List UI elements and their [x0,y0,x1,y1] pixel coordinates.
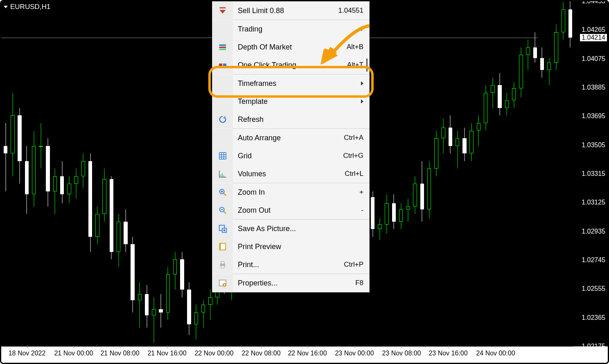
candle [81,1,85,346]
menu-item-shortcut: Alt+T [347,61,363,69]
svg-rect-20 [219,243,221,250]
time-axis-mark [354,346,355,348]
time-axis-label: 23 Nov 16:00 [429,350,467,357]
candle [399,1,403,346]
zoom-out-icon [212,201,233,219]
candle [138,1,142,346]
time-axis-mark [261,346,262,348]
candle [484,1,487,346]
menu-item-volumes[interactable]: VolumesCtrl+L [212,165,369,183]
menu-icon-empty [212,129,233,147]
menu-item-label: Zoom In [233,188,359,197]
menu-item-save-as-picture[interactable]: Save As Picture... [212,220,369,238]
candle [547,1,551,346]
properties-icon [212,274,233,292]
svg-rect-1 [219,45,226,46]
candle [39,1,43,346]
menu-item-shortcut: - [361,206,363,214]
candle [46,1,50,346]
candle [491,1,494,346]
menu-item-grid[interactable]: GridCtrl+G [212,147,369,165]
time-axis-mark [307,346,308,348]
menu-item-label: Save As Picture... [233,225,363,233]
menu-item-label: Timeframes [233,79,358,88]
candle [505,1,509,346]
zoom-in-icon [212,183,233,201]
menu-item-print-preview[interactable]: Print Preview [212,238,369,256]
time-axis-label: 18 Nov 2022 [9,350,46,357]
time-axis-label: 21 Nov 00:00 [54,350,93,357]
time-axis-mark [496,346,496,348]
candle [159,1,162,346]
price-axis-tick: 1.02365 [582,314,605,321]
svg-rect-8 [223,175,224,177]
menu-item-shortcut: Ctrl+L [345,170,363,178]
candle [131,1,134,346]
candle [469,1,473,346]
menu-item-label: Print Preview [233,243,363,251]
candle [88,1,92,346]
candle [180,1,184,346]
menu-item-trading[interactable]: Trading [212,20,369,38]
candle [413,1,417,346]
menu-item-properties[interactable]: Properties...F8 [212,274,369,292]
menu-item-auto-arrange[interactable]: Auto ArrangeCtrl+A [212,129,369,147]
chart-title-bar[interactable]: EURUSD,H1 [4,3,50,11]
candle [95,1,99,346]
chevron-right-icon [361,27,363,31]
price-axis-tick: 1.04265 [582,26,605,34]
svg-rect-18 [223,229,226,231]
time-axis-label: 21 Nov 16:00 [147,350,186,357]
menu-item-label: Trading [233,25,358,34]
price-axis-tick: 1.02175 [582,343,605,350]
time-axis-mark [120,346,120,348]
sell-arrow-icon [212,2,233,20]
menu-item-timeframes[interactable]: Timeframes [212,74,369,92]
candle [25,1,29,346]
chevron-right-icon [361,81,363,85]
menu-item-label: Volumes [233,170,345,178]
menu-item-label: Print... [233,261,344,269]
candle [378,1,381,346]
candle [406,1,410,346]
menu-item-shortcut: Alt+B [347,43,363,51]
menu-item-label: Refresh [233,115,363,124]
menu-item-shortcut: 1.04551 [338,7,363,15]
chart-symbol-title: EURUSD,H1 [10,3,50,11]
candle [462,1,466,346]
candle [74,1,78,346]
candle [60,1,64,346]
menu-item-label: Sell Limit 0.88 [233,7,338,15]
menu-item-zoom-in[interactable]: Zoom In+ [212,183,369,201]
candle [385,1,388,346]
menu-item-sell-limit-0-88[interactable]: Sell Limit 0.881.04551 [212,2,369,20]
print-preview-icon [212,238,233,256]
menu-item-refresh[interactable]: Refresh [212,110,369,128]
svg-rect-5 [223,63,226,66]
grid-icon [212,147,233,165]
candle [11,1,14,346]
menu-item-label: Grid [233,152,343,160]
menu-item-template[interactable]: Template [212,92,369,110]
time-axis-label: 24 Nov 00:00 [476,350,515,357]
svg-rect-6 [221,175,221,177]
menu-item-one-click-trading[interactable]: One Click TradingAlt+T [212,56,369,74]
menu-item-print[interactable]: Print...Ctrl+P [212,256,369,274]
time-axis-label: 22 Nov 16:00 [288,350,327,357]
candle [562,1,565,346]
menu-item-depth-of-market[interactable]: Depth Of MarketAlt+B [212,38,369,56]
candle [449,1,452,346]
candle [53,1,57,346]
menu-item-zoom-out[interactable]: Zoom Out- [212,201,369,219]
price-axis-tick: 1.02935 [582,228,605,235]
menu-item-label: One Click Trading [233,61,347,70]
time-axis-label: 23 Nov 08:00 [382,350,421,357]
time-axis-label: 21 Nov 08:00 [100,350,139,357]
candle [67,1,71,346]
price-axis-tick: 1.04455 [582,0,605,5]
print-icon [212,256,233,274]
menu-item-shortcut: Ctrl+G [343,152,363,160]
candle [117,1,120,346]
menu-item-label: Template [233,97,358,106]
candle [427,1,431,346]
